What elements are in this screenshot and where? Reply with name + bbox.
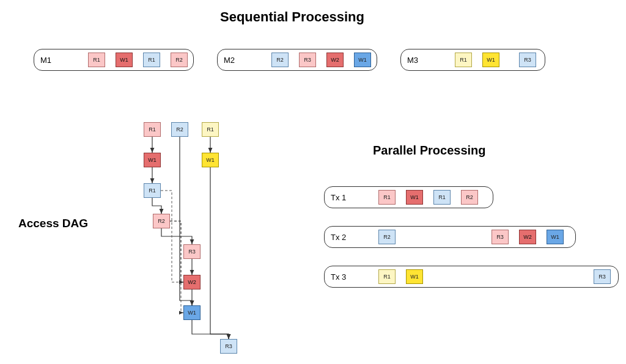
dag-node: W2: [183, 275, 201, 289]
dag-node: R1: [202, 122, 219, 137]
dag-node: R3: [220, 339, 237, 354]
dag-node: R2: [153, 214, 170, 228]
dag-node: R2: [171, 122, 188, 137]
dag-edges: [0, 0, 626, 364]
dag-node: W1: [202, 153, 219, 167]
dag-node: R1: [144, 183, 161, 198]
dag-node: W1: [183, 305, 201, 320]
dag-node: R3: [183, 244, 201, 259]
dag-node: W1: [144, 153, 161, 167]
dag-node: R1: [144, 122, 161, 137]
